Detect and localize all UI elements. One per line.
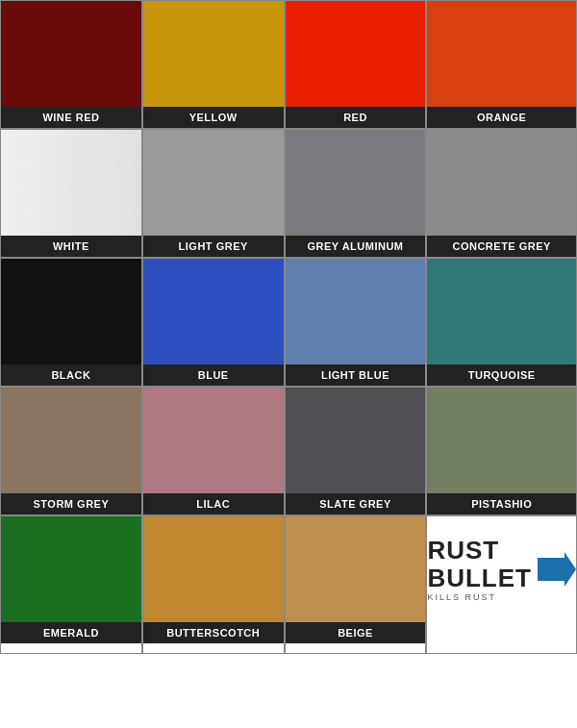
svg-marker-0 bbox=[538, 552, 576, 587]
color-cell-orange: ORANGE bbox=[426, 0, 577, 129]
swatch-black bbox=[1, 259, 141, 364]
swatch-slate-grey bbox=[286, 388, 426, 493]
color-cell-wine-red: WINE RED bbox=[0, 0, 142, 129]
rust-bullet-logo: RUST BULLET KILLS RUST bbox=[427, 537, 576, 602]
logo-area: RUST BULLET KILLS RUST bbox=[427, 516, 576, 622]
label-lilac: LILAC bbox=[143, 493, 284, 515]
label-emerald: EMERALD bbox=[1, 622, 141, 643]
swatch-light-grey bbox=[143, 130, 284, 236]
label-butterscotch: BUTTERSCOTCH bbox=[143, 622, 284, 643]
color-cell-pistashio: PISTASHIO bbox=[426, 387, 577, 515]
swatch-red bbox=[286, 1, 426, 107]
label-light-grey: LIGHT GREY bbox=[143, 236, 284, 257]
label-yellow: YELLOW bbox=[143, 107, 284, 128]
color-cell-blue: BLUE bbox=[142, 258, 285, 387]
swatch-white bbox=[1, 130, 141, 236]
swatch-orange bbox=[427, 1, 576, 107]
color-cell-light-grey: LIGHT GREY bbox=[142, 129, 285, 258]
label-wine-red: WINE RED bbox=[1, 107, 141, 128]
label-white: WHITE bbox=[1, 236, 141, 257]
label-concrete-grey: CONCRETE GREY bbox=[427, 236, 576, 257]
logo-tagline: KILLS RUST bbox=[427, 592, 496, 602]
color-cell-white: WHITE bbox=[0, 129, 142, 258]
label-orange: ORANGE bbox=[427, 107, 576, 128]
logo-text-rust: RUST BULLET bbox=[427, 537, 532, 591]
swatch-blue bbox=[143, 259, 284, 364]
color-cell-red: RED bbox=[285, 0, 427, 129]
color-cell-beige: BEIGE bbox=[285, 515, 427, 654]
color-cell-yellow: YELLOW bbox=[142, 0, 285, 129]
color-cell-slate-grey: SLATE GREY bbox=[285, 387, 427, 515]
label-slate-grey: SLATE GREY bbox=[286, 493, 426, 515]
color-cell-grey-aluminum: GREY ALUMINUM bbox=[285, 129, 427, 258]
swatch-butterscotch bbox=[143, 516, 284, 622]
swatch-wine-red bbox=[1, 1, 141, 107]
color-cell-storm-grey: STORM GREY bbox=[0, 387, 142, 515]
color-cell-concrete-grey: CONCRETE GREY bbox=[426, 129, 577, 258]
swatch-beige bbox=[286, 516, 426, 622]
color-cell-lilac: LILAC bbox=[142, 387, 285, 515]
color-cell-light-blue: LIGHT BLUE bbox=[285, 258, 427, 387]
swatch-turquoise bbox=[427, 259, 576, 364]
label-beige: BEIGE bbox=[286, 622, 426, 643]
label-light-blue: LIGHT BLUE bbox=[286, 364, 426, 386]
label-blue: BLUE bbox=[143, 364, 284, 386]
color-cell-black: BLACK bbox=[0, 258, 142, 387]
swatch-yellow bbox=[143, 1, 284, 107]
brand-logo-cell: RUST BULLET KILLS RUST bbox=[426, 515, 577, 654]
color-cell-emerald: EMERALD bbox=[0, 515, 142, 654]
label-storm-grey: STORM GREY bbox=[1, 493, 141, 515]
color-cell-turquoise: TURQUOISE bbox=[426, 258, 577, 387]
label-grey-aluminum: GREY ALUMINUM bbox=[286, 236, 426, 257]
swatch-emerald bbox=[1, 516, 141, 622]
label-pistashio: PISTASHIO bbox=[427, 493, 576, 515]
color-grid: WINE RED YELLOW RED ORANGE WHITE LIGHT G… bbox=[0, 0, 577, 654]
swatch-lilac bbox=[143, 388, 284, 493]
swatch-light-blue bbox=[286, 259, 426, 364]
logo-cell-label bbox=[427, 622, 576, 653]
label-red: RED bbox=[286, 107, 426, 128]
color-cell-butterscotch: BUTTERSCOTCH bbox=[142, 515, 285, 654]
swatch-pistashio bbox=[427, 388, 576, 493]
label-black: BLACK bbox=[1, 364, 141, 386]
swatch-grey-aluminum bbox=[286, 130, 426, 236]
swatch-storm-grey bbox=[1, 388, 141, 493]
swatch-concrete-grey bbox=[427, 130, 576, 236]
label-turquoise: TURQUOISE bbox=[427, 364, 576, 386]
arrow-icon bbox=[538, 552, 576, 587]
